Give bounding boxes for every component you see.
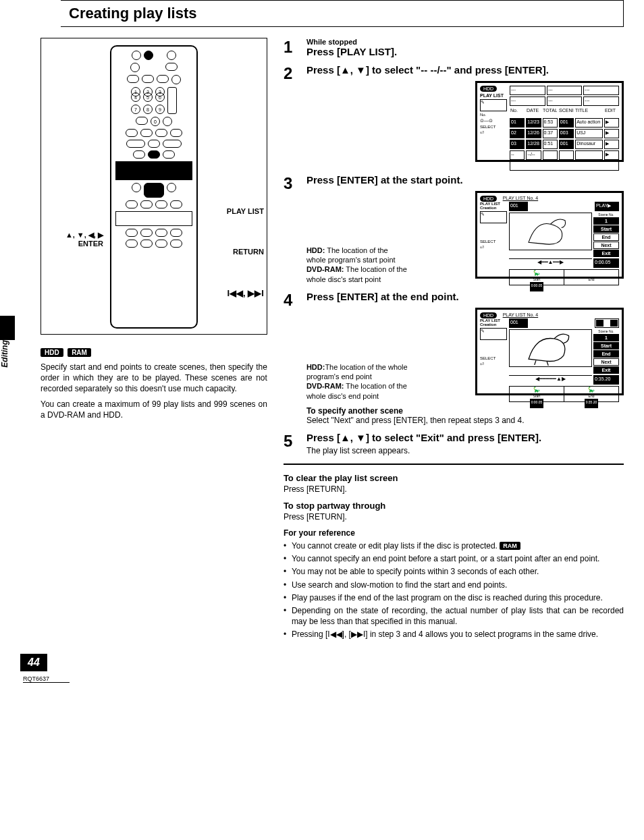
ref-h: For your reference (284, 528, 624, 538)
step4-note: HDD:The location of the whole program's … (306, 362, 408, 401)
clear-h: To clear the play list screen (284, 473, 624, 483)
another-scene-p: Select "Next" and press [ENTER], then re… (306, 416, 624, 425)
intro-p1: Specify start and end points to create s… (41, 362, 267, 395)
ref-item: You cannot create or edit play lists if … (284, 540, 624, 551)
step2-main: Press [▲, ▼] to select "-- --/--" and pr… (306, 64, 624, 76)
doc-code: RQT6637 (23, 675, 70, 683)
callout-return: RETURN (233, 248, 264, 256)
reference-list: You cannot create or edit play lists if … (284, 540, 624, 640)
page-title: Creating play lists (61, 1, 623, 27)
callout-enter: ▲, ▼, ◀, ▶ ENTER (44, 231, 103, 248)
ref-item: Use search and slow-motion to find the s… (284, 580, 624, 590)
screen-step4: HDD PLAY LIST No. 4 PLAY LIST Creation ✎… (475, 308, 624, 395)
step1-main: Press [PLAY LIST]. (306, 46, 624, 57)
step-5: 5 Press [▲, ▼] to select "Exit" and pres… (284, 432, 624, 455)
step5-sub: The play list screen appears. (306, 446, 624, 455)
step-2: 2 Press [▲, ▼] to select "-- --/--" and … (284, 64, 624, 167)
ref-item: Pressing [I◀◀], [▶▶I] in step 3 and 4 al… (284, 629, 624, 640)
step-4: 4 Press [ENTER] at the end point. HDD:Th… (284, 291, 624, 425)
ref-item: Play pauses if the end of the last progr… (284, 592, 624, 603)
step-1: 1 While stopped Press [PLAY LIST]. (284, 38, 624, 57)
stop-h: To stop partway through (284, 501, 624, 511)
ref-item: You cannot specify an end point before a… (284, 553, 624, 564)
screen-step3: HDD PLAY LIST No. 4 PLAY LIST Creation ✎… (475, 191, 624, 279)
badge-ram: RAM (68, 348, 91, 357)
side-tab: Editing (0, 316, 15, 376)
clear-p: Press [RETURN]. (284, 484, 624, 494)
another-scene-h: To specify another scene (306, 406, 624, 416)
step3-note: HDD: The location of the whole program's… (306, 246, 408, 284)
screen-step2: HDD PLAY LIST ✎ No. ⊙—⊙ SELECT ⏎ ------ (475, 81, 624, 162)
ref-item: You may not be able to specify points wi… (284, 566, 624, 577)
side-tab-label: Editing (0, 340, 15, 370)
remote-illustration: 123 456 789 0 PLAY LIST ▲, ▼, ◀, ▶ ENTER (41, 38, 267, 335)
step5-main: Press [▲, ▼] to select "Exit" and press … (306, 432, 624, 443)
page-number: 44 (20, 654, 47, 671)
ref-item: Depending on the state of recording, the… (284, 605, 624, 627)
step4-main: Press [ENTER] at the end point. (306, 291, 624, 302)
media-badges: HDD RAM (41, 345, 267, 358)
badge-hdd: HDD (41, 348, 63, 357)
step-3: 3 Press [ENTER] at the start point. HDD:… (284, 174, 624, 284)
callout-playlist: PLAY LIST (227, 207, 264, 215)
step3-main: Press [ENTER] at the start point. (306, 174, 624, 186)
divider (284, 464, 624, 465)
callout-skip: I◀◀, ▶▶I (227, 288, 263, 298)
intro-p2: You can create a maximum of 99 play list… (41, 399, 267, 420)
stop-p: Press [RETURN]. (284, 512, 624, 522)
step1-pre: While stopped (306, 38, 624, 46)
